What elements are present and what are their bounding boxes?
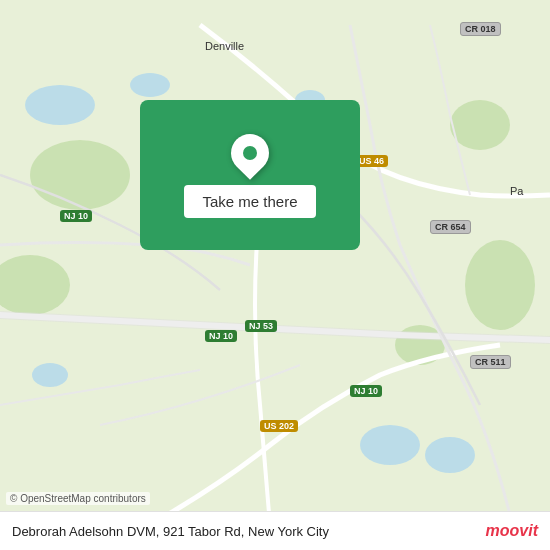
svg-point-5 [32,363,68,387]
road-badge-nj53: NJ 53 [245,320,277,332]
moovit-icon: moovit [486,522,538,540]
osm-credit: © OpenStreetMap contributors [6,492,150,505]
location-panel: Take me there [140,100,360,250]
road-badge-nj10-2: NJ 10 [205,330,237,342]
moovit-logo: moovit [486,522,538,540]
map-background [0,0,550,550]
road-badge-cr511: CR 511 [470,355,511,369]
svg-point-2 [130,73,170,97]
svg-point-10 [450,100,510,150]
location-pin [230,133,270,173]
road-badge-cr018: CR 018 [460,22,501,36]
town-label-denville: Denville [205,40,244,52]
svg-point-9 [465,240,535,330]
road-badge-us202: US 202 [260,420,298,432]
svg-point-1 [25,85,95,125]
take-me-there-button[interactable]: Take me there [184,185,315,218]
road-badge-cr654: CR 654 [430,220,471,234]
svg-point-7 [30,140,130,210]
svg-point-3 [360,425,420,465]
town-label-pa: Pa [510,185,523,197]
address-text: Debrorah Adelsohn DVM, 921 Tabor Rd, New… [12,524,486,539]
map-container: NJ 10 NJ 10 NJ 10 NJ 53 US 46 US 202 CR … [0,0,550,550]
svg-point-4 [425,437,475,473]
road-badge-nj10-1: NJ 10 [60,210,92,222]
bottom-bar: Debrorah Adelsohn DVM, 921 Tabor Rd, New… [0,511,550,550]
road-badge-nj10-3: NJ 10 [350,385,382,397]
